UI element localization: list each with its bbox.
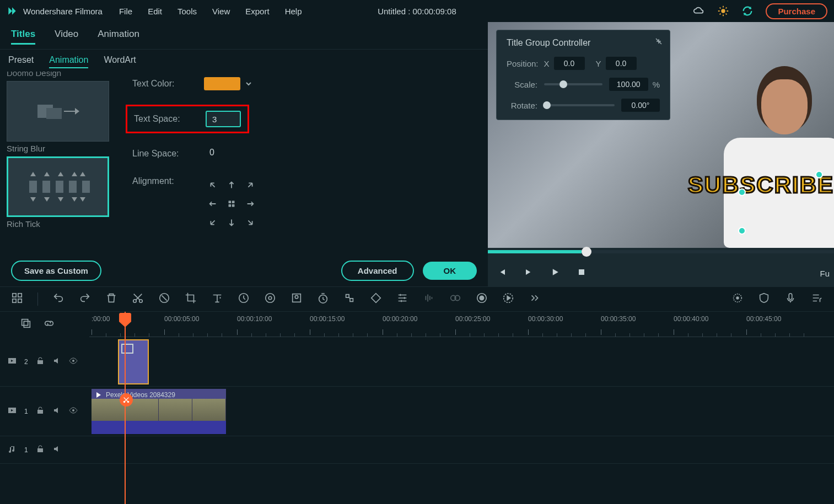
speed-icon[interactable]	[238, 292, 250, 306]
mic-icon[interactable]	[784, 292, 797, 306]
align-bottom-left[interactable]	[204, 214, 222, 231]
keyframe-icon[interactable]	[370, 292, 382, 306]
align-top[interactable]	[223, 176, 240, 194]
menu-tools[interactable]: Tools	[177, 7, 197, 16]
chevron-down-icon[interactable]	[245, 80, 252, 88]
copy-icon[interactable]	[20, 317, 32, 332]
control-handle[interactable]	[738, 188, 746, 196]
text-color-label: Text Color:	[132, 79, 204, 89]
align-center[interactable]	[223, 195, 240, 213]
tips-icon[interactable]	[717, 5, 729, 17]
align-left[interactable]	[204, 195, 222, 213]
prop-line-space: Line Space: 0	[132, 145, 477, 162]
subscribe-overlay[interactable]: SUBSCRIBE	[688, 172, 834, 198]
detach-icon[interactable]	[343, 292, 356, 306]
mute-icon[interactable]	[52, 406, 61, 417]
cut-marker[interactable]	[120, 393, 133, 407]
render-icon[interactable]	[502, 292, 514, 306]
prev-frame-button[interactable]	[497, 267, 508, 280]
delete-icon[interactable]	[105, 292, 117, 306]
stop-button[interactable]	[576, 267, 587, 280]
text-space-input[interactable]	[206, 111, 241, 127]
play-button[interactable]	[550, 267, 561, 280]
preview-progress[interactable]	[488, 250, 834, 253]
more-icon[interactable]	[529, 292, 541, 306]
menu-view[interactable]: View	[212, 7, 230, 16]
redo-icon[interactable]	[79, 292, 91, 306]
tab-video[interactable]: Video	[55, 29, 78, 45]
align-bottom[interactable]	[223, 214, 240, 231]
save-custom-button[interactable]: Save as Custom	[11, 261, 101, 281]
duration-icon[interactable]	[317, 292, 329, 306]
control-handle[interactable]	[815, 171, 823, 178]
menu-edit[interactable]: Edit	[148, 7, 162, 16]
control-handle[interactable]	[738, 227, 746, 235]
record-icon[interactable]	[476, 292, 488, 306]
align-top-left[interactable]	[204, 176, 222, 194]
adjust-icon[interactable]	[396, 292, 408, 306]
cut-icon[interactable]	[132, 292, 144, 306]
preset-thumb-rich-tick[interactable]	[7, 156, 109, 217]
next-frame-button[interactable]	[523, 267, 534, 280]
tab-titles[interactable]: Titles	[11, 29, 35, 45]
align-right[interactable]	[241, 195, 259, 213]
greenscreen-icon[interactable]	[290, 292, 303, 306]
grid-icon[interactable]	[11, 292, 23, 306]
preset-thumb-string-blur[interactable]	[7, 81, 109, 142]
color-icon[interactable]	[264, 292, 276, 306]
undo-icon[interactable]	[52, 292, 64, 306]
x-value[interactable]: 0.0	[554, 57, 585, 70]
subtab-animation[interactable]: Animation	[49, 55, 88, 68]
line-space-value[interactable]: 0	[204, 145, 239, 162]
lock-icon[interactable]	[36, 356, 45, 367]
mute-icon[interactable]	[52, 356, 61, 367]
ripple-icon[interactable]	[158, 292, 170, 306]
text-icon[interactable]	[211, 292, 223, 306]
playhead[interactable]	[125, 312, 126, 504]
purchase-button[interactable]: Purchase	[766, 3, 827, 19]
video-clip[interactable]: Pexels Videos 2084329	[92, 389, 226, 434]
tab-animation[interactable]: Animation	[98, 29, 139, 45]
scale-slider[interactable]	[544, 83, 602, 85]
menu-help[interactable]: Help	[285, 7, 302, 16]
menu-export[interactable]: Export	[245, 7, 269, 16]
crop-icon[interactable]	[185, 292, 197, 306]
title-clip[interactable]	[118, 339, 149, 384]
align-bottom-right[interactable]	[241, 214, 259, 231]
app-logo-icon	[7, 6, 18, 17]
music-list-icon[interactable]	[811, 292, 823, 306]
audio-icon[interactable]	[423, 292, 435, 306]
mixer-icon[interactable]	[449, 292, 461, 306]
alignment-grid	[204, 176, 259, 231]
lock-icon[interactable]	[36, 445, 45, 456]
title-group-controller[interactable]: Title Group Controller Position: X 0.0 Y…	[496, 30, 670, 120]
subtab-wordart[interactable]: WordArt	[104, 55, 136, 68]
rotate-slider[interactable]	[544, 104, 615, 106]
ok-button[interactable]: OK	[423, 262, 477, 280]
rotate-value[interactable]: 0.00°	[621, 99, 660, 112]
svg-point-0	[722, 9, 725, 13]
eye-icon[interactable]	[69, 356, 78, 367]
progress-knob[interactable]	[582, 247, 591, 257]
cloud-icon[interactable]	[693, 5, 705, 17]
scale-value[interactable]: 100.00	[609, 78, 648, 91]
advanced-button[interactable]: Advanced	[341, 261, 414, 281]
lock-icon[interactable]	[36, 406, 45, 417]
subtab-preset[interactable]: Preset	[8, 55, 34, 68]
eye-icon[interactable]	[69, 406, 78, 417]
marker-icon[interactable]	[731, 292, 744, 306]
collapse-icon[interactable]	[654, 37, 663, 46]
menu-file[interactable]: File	[119, 7, 132, 16]
shield-icon[interactable]	[758, 292, 770, 306]
fullscreen-label[interactable]: Fu	[820, 269, 834, 278]
text-color-swatch[interactable]	[204, 77, 240, 90]
link-icon[interactable]	[43, 317, 55, 332]
timeline-ruler[interactable]: :00:0000:00:05:0000:00:10:0000:00:15:000…	[89, 312, 834, 337]
refresh-icon[interactable]	[741, 5, 754, 17]
text-space-label: Text Space:	[134, 114, 206, 124]
align-top-right[interactable]	[241, 176, 259, 194]
y-value[interactable]: 0.0	[606, 57, 637, 70]
mute-icon[interactable]	[52, 445, 61, 456]
ruler-tick: 00:00:35:00	[601, 315, 636, 323]
prop-alignment: Alignment:	[132, 176, 477, 231]
